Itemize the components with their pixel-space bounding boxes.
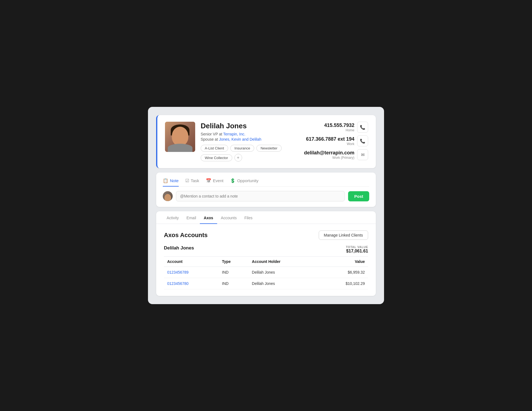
note-input-row: Post (163, 191, 369, 201)
post-button[interactable]: Post (348, 191, 369, 201)
email-button[interactable]: ✉ (357, 149, 368, 160)
tab-axos[interactable]: Axos (200, 211, 217, 224)
avatar (165, 122, 195, 152)
manage-linked-clients-button[interactable]: Manage Linked Clients (319, 231, 368, 240)
accounts-table: Account Type Account Holder Value 012345… (164, 256, 368, 289)
contact-card: Delilah Jones Senior VP at Terrapin, Inc… (156, 115, 376, 168)
note-panel: 📋 Note ☑ Task 📅 Event 💲 Opportunity (156, 173, 376, 207)
section-header: Axos Accounts Manage Linked Clients (164, 231, 368, 240)
event-icon: 📅 (206, 178, 211, 183)
client-account-name: Delilah Jones (164, 245, 194, 251)
tab-task[interactable]: ☑ Task (185, 178, 199, 187)
task-icon: ☑ (185, 178, 189, 183)
table-row: 0123456789 IND Delilah Jones $6,959.32 (164, 267, 368, 278)
email-info: delilah@terrapin.com Work (Primary) (304, 150, 354, 160)
main-container: Delilah Jones Senior VP at Terrapin, Inc… (148, 107, 384, 304)
table-header-row: Account Type Account Holder Value (164, 257, 368, 267)
contact-tags: A-List Client Insurance Newsletter Wine … (201, 145, 297, 162)
tag-alist: A-List Client (201, 145, 228, 152)
email-row: delilah@terrapin.com Work (Primary) ✉ (302, 149, 368, 160)
tab-note-label: Note (170, 178, 179, 183)
note-input-field[interactable] (176, 191, 345, 201)
cell-type: IND (219, 267, 249, 278)
phone-home-label: Home (324, 128, 354, 132)
email-icon: ✉ (361, 152, 365, 157)
tab-files[interactable]: Files (240, 211, 256, 224)
bottom-panel: Activity Email Axos Accounts Files Axos … (156, 211, 376, 296)
note-icon: 📋 (163, 178, 168, 183)
tab-task-label: Task (191, 178, 199, 183)
cell-account[interactable]: 0123456780 (164, 278, 219, 289)
cell-holder: Delilah Jones (249, 278, 318, 289)
spouse-link[interactable]: Jones, Kevin and Delilah (219, 137, 261, 141)
tab-accounts[interactable]: Accounts (217, 211, 241, 224)
cell-account[interactable]: 0123456789 (164, 267, 219, 278)
phone-home-row: 415.555.7932 Home 📞 (302, 122, 368, 133)
table-row: 0123456780 IND Delilah Jones $10,102.29 (164, 278, 368, 289)
tab-event-label: Event (213, 178, 223, 183)
axos-title: Axos Accounts (164, 232, 208, 239)
tag-newsletter: Newsletter (256, 145, 281, 152)
cell-value: $6,959.32 (318, 267, 368, 278)
contact-spouse: Spouse at Jones, Kevin and Delilah (201, 137, 297, 141)
tab-opportunity-label: Opportunity (237, 178, 259, 183)
add-tag-button[interactable]: + (234, 154, 242, 162)
tab-email[interactable]: Email (183, 211, 200, 224)
total-value-block: TOTAL VALUE $17,061.61 (346, 245, 368, 254)
cell-type: IND (219, 278, 249, 289)
phone-work-number: 617.366.7887 ext 194 (306, 136, 354, 142)
axos-content: Axos Accounts Manage Linked Clients Deli… (156, 224, 376, 296)
total-value-label: TOTAL VALUE (346, 245, 368, 249)
call-home-button[interactable]: 📞 (357, 122, 368, 133)
phone-work-icon: 📞 (360, 138, 365, 144)
col-account: Account (164, 257, 219, 267)
tab-event[interactable]: 📅 Event (206, 178, 223, 187)
tab-opportunity[interactable]: 💲 Opportunity (230, 178, 259, 187)
tab-activity[interactable]: Activity (163, 211, 183, 224)
col-type: Type (219, 257, 249, 267)
phone-work-row: 617.366.7887 ext 194 Work 📞 (302, 135, 368, 146)
phone-work-label: Work (306, 142, 354, 146)
email-label: Work (Primary) (304, 156, 354, 160)
contact-info: Delilah Jones Senior VP at Terrapin, Inc… (201, 122, 297, 162)
contact-role: Senior VP at Terrapin, Inc. (201, 132, 297, 136)
phone-home-info: 415.555.7932 Home (324, 123, 354, 132)
cell-value: $10,102.29 (318, 278, 368, 289)
col-holder: Account Holder (249, 257, 318, 267)
company-link[interactable]: Terrapin, Inc. (223, 132, 245, 136)
call-work-button[interactable]: 📞 (357, 135, 368, 146)
phone-work-info: 617.366.7887 ext 194 Work (306, 136, 354, 146)
phone-home-number: 415.555.7932 (324, 123, 354, 128)
tab-note[interactable]: 📋 Note (163, 178, 179, 187)
col-value: Value (318, 257, 368, 267)
opportunity-icon: 💲 (230, 178, 236, 183)
phone-icon: 📞 (360, 125, 365, 130)
total-value-amount: $17,061.61 (346, 249, 368, 254)
bottom-tabs: Activity Email Axos Accounts Files (156, 211, 376, 224)
contact-name: Delilah Jones (201, 122, 297, 130)
current-user-avatar (163, 191, 173, 201)
contact-actions: 415.555.7932 Home 📞 617.366.7887 ext 194… (302, 122, 368, 160)
tag-wine: Wine Collector (201, 154, 232, 161)
note-tabs: 📋 Note ☑ Task 📅 Event 💲 Opportunity (163, 178, 369, 187)
cell-holder: Delilah Jones (249, 267, 318, 278)
email-address: delilah@terrapin.com (304, 150, 354, 156)
tag-insurance: Insurance (230, 145, 254, 152)
